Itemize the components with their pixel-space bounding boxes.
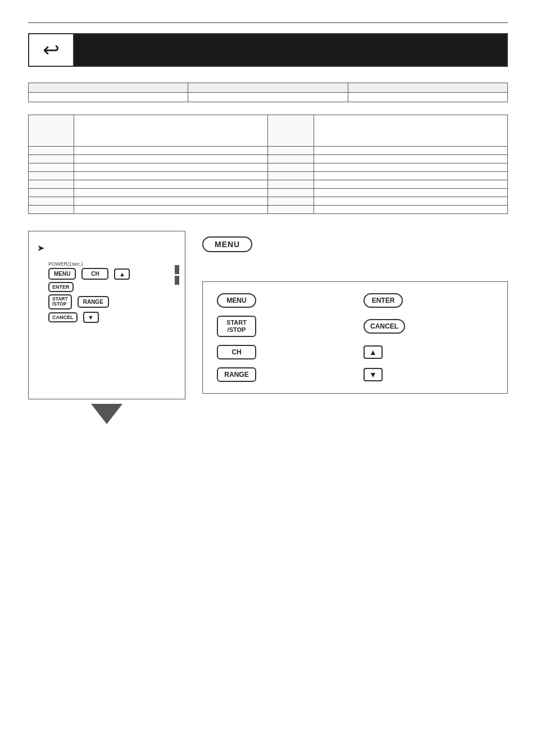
feature-desc-7b <box>314 189 507 197</box>
up-legend-btn[interactable]: ▲ <box>364 345 383 359</box>
range-btn-device[interactable]: RANGE <box>78 296 109 308</box>
spec-table <box>28 83 508 102</box>
menu-legend-btn[interactable]: MENU <box>217 293 256 308</box>
section-content: ➤ POWER(1sec.) MENU CH ▲ ENTER <box>28 231 508 424</box>
feature-label-3b <box>268 155 314 163</box>
enter-legend-btn[interactable]: ENTER <box>364 293 403 308</box>
chapter-icon-box: ↩ <box>29 34 74 66</box>
cancel-legend-btn[interactable]: CANCEL <box>364 319 405 334</box>
feature-desc-2 <box>74 147 268 155</box>
enter-btn-device[interactable]: ENTER <box>48 282 74 292</box>
feature-desc-5b <box>314 172 507 180</box>
power-label: POWER(1sec.) <box>48 261 176 267</box>
feature-label-9 <box>29 206 74 214</box>
feature-desc-8 <box>74 197 268 206</box>
feature-desc-4b <box>314 163 507 172</box>
feature-table <box>28 115 508 214</box>
panel-row-1: MENU CH ▲ <box>48 268 176 280</box>
info-box: MENU ENTER START/STOP CANCEL <box>202 281 508 394</box>
panel-arrow-label: ➤ <box>37 243 176 253</box>
spec-col-header-1 <box>29 83 188 93</box>
vert-bars <box>175 265 179 285</box>
feature-desc-9b <box>314 206 507 214</box>
info-row-start-stop: START/STOP <box>217 316 347 337</box>
menu-pill[interactable]: MENU <box>202 236 252 252</box>
spec-col-header-3 <box>348 83 507 93</box>
feature-desc-3b <box>314 155 507 163</box>
feature-desc-6 <box>74 180 268 189</box>
ch-btn-device[interactable]: CH <box>81 268 108 280</box>
up-btn-device[interactable]: ▲ <box>114 268 130 280</box>
panel-row-3: CANCEL ▼ <box>48 312 176 323</box>
menu-btn-device[interactable]: MENU <box>48 268 76 280</box>
info-row-menu: MENU <box>217 293 347 308</box>
info-row-enter: ENTER <box>364 293 493 308</box>
spec-col-header-2 <box>188 83 348 93</box>
chapter-title-box <box>74 34 507 66</box>
top-rule <box>28 22 508 23</box>
feature-label-2 <box>29 147 74 155</box>
info-grid: MENU ENTER START/STOP CANCEL <box>217 293 493 382</box>
feature-label-9b <box>268 206 314 214</box>
feature-label-7b <box>268 189 314 197</box>
chapter-icon: ↩ <box>43 38 60 62</box>
panel-row-enter: ENTER <box>48 282 176 292</box>
device-arrow <box>28 404 185 424</box>
feature-desc-7 <box>74 189 268 197</box>
panel-row-2: START/STOP RANGE <box>48 294 176 309</box>
down-legend-btn[interactable]: ▼ <box>364 368 383 381</box>
feature-desc-2b <box>314 147 507 155</box>
feature-label-7 <box>29 189 74 197</box>
feature-desc-6b <box>314 180 507 189</box>
menu-pill-wrapper: MENU <box>202 236 508 252</box>
cancel-btn-device[interactable]: CANCEL <box>48 312 78 322</box>
feature-desc-5 <box>74 172 268 180</box>
chapter-header: ↩ <box>28 33 508 67</box>
feature-desc-1b <box>314 115 507 147</box>
vert-bar-1 <box>175 265 179 274</box>
vert-bar-2 <box>175 276 179 285</box>
spec-cell-2 <box>188 93 348 102</box>
device-diagram-wrapper: ➤ POWER(1sec.) MENU CH ▲ ENTER <box>28 231 185 424</box>
feature-desc-4 <box>74 163 268 172</box>
range-legend-btn[interactable]: RANGE <box>217 367 256 382</box>
feature-label-1 <box>29 115 74 147</box>
feature-label-5 <box>29 172 74 180</box>
feature-label-4 <box>29 163 74 172</box>
device-box: ➤ POWER(1sec.) MENU CH ▲ ENTER <box>28 231 185 399</box>
down-btn-device[interactable]: ▼ <box>83 312 99 323</box>
feature-desc-9 <box>74 206 268 214</box>
feature-label-3 <box>29 155 74 163</box>
instruction-side: MENU MENU ENTER <box>202 231 508 424</box>
feature-label-8 <box>29 197 74 206</box>
start-stop-legend-btn[interactable]: START/STOP <box>217 316 256 337</box>
arrow-icon: ➤ <box>37 243 44 253</box>
feature-desc-3 <box>74 155 268 163</box>
feature-label-6 <box>29 180 74 189</box>
feature-label-5b <box>268 172 314 180</box>
info-row-ch: CH <box>217 345 347 359</box>
ch-legend-btn[interactable]: CH <box>217 345 256 359</box>
start-stop-btn-device[interactable]: START/STOP <box>48 294 72 309</box>
info-row-down: ▼ <box>364 367 493 382</box>
arrow-down-icon <box>91 404 122 424</box>
info-row-range: RANGE <box>217 367 347 382</box>
feature-desc-8b <box>314 197 507 206</box>
feature-label-8b <box>268 197 314 206</box>
spec-cell-1 <box>29 93 188 102</box>
feature-desc-1 <box>74 115 268 147</box>
feature-label-6b <box>268 180 314 189</box>
feature-label-4b <box>268 163 314 172</box>
feature-label-2b <box>268 147 314 155</box>
info-row-up: ▲ <box>364 345 493 359</box>
spec-cell-3 <box>348 93 507 102</box>
feature-label-1b <box>268 115 314 147</box>
info-row-cancel: CANCEL <box>364 316 493 337</box>
page: ↩ <box>0 0 536 447</box>
